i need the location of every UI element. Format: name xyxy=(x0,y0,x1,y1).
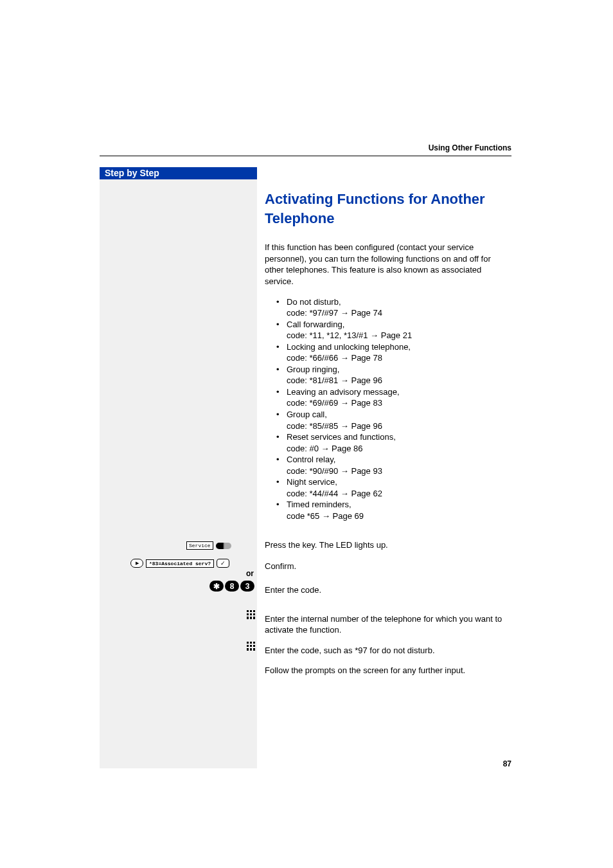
svg-rect-4 xyxy=(250,613,252,615)
list-item: Group call,code: *85/#85 → Page 96 xyxy=(276,409,511,431)
svg-rect-15 xyxy=(247,648,249,651)
step-enter-code: Enter the code. xyxy=(265,584,511,596)
step-press-key: Press the key. The LED lights up. xyxy=(265,539,511,551)
step-follow-prompts: Follow the prompts on the screen for any… xyxy=(265,665,511,676)
svg-rect-5 xyxy=(253,613,255,615)
svg-rect-1 xyxy=(250,610,252,612)
svg-rect-11 xyxy=(253,642,255,644)
svg-rect-2 xyxy=(253,610,255,612)
list-item: Night service,code: *44/#44 → Page 62 xyxy=(276,476,511,499)
svg-rect-12 xyxy=(247,645,249,647)
svg-rect-6 xyxy=(247,617,249,619)
keypad-icon xyxy=(246,641,256,651)
associated-service-label: *83=Associated serv? xyxy=(146,559,214,568)
svg-rect-14 xyxy=(253,645,255,647)
led-icon xyxy=(216,543,231,549)
list-item: Do not disturb,code: *97/#97 → Page 74 xyxy=(276,296,511,319)
key-8: 8 xyxy=(225,581,239,592)
feature-list: Do not disturb,code: *97/#97 → Page 74 C… xyxy=(276,296,511,522)
section-header: Using Other Functions xyxy=(429,143,511,152)
list-item: Group ringing,code: *81/#81 → Page 96 xyxy=(276,364,511,386)
check-icon xyxy=(217,559,229,568)
list-item: Timed reminders,code *65 → Page 69 xyxy=(276,499,511,521)
step-confirm: Confirm. xyxy=(265,561,511,572)
list-item: Control relay,code: *90/#90 → Page 93 xyxy=(276,454,511,476)
page-number: 87 xyxy=(503,759,511,768)
or-label: or xyxy=(246,569,254,578)
list-item: Reset services and functions,code: #0 → … xyxy=(276,431,511,454)
list-item: Call forwarding,code: *11, *12, *13/#1 →… xyxy=(276,319,511,341)
svg-rect-7 xyxy=(250,617,252,619)
svg-rect-17 xyxy=(253,648,255,651)
key-3: 3 xyxy=(240,581,254,592)
content-column: Activating Functions for Another Telepho… xyxy=(265,190,511,527)
list-item: Leaving an advisory message,code: *69/#6… xyxy=(276,386,511,409)
svg-rect-13 xyxy=(250,645,252,647)
svg-rect-10 xyxy=(250,642,252,644)
step-enter-feature-code: Enter the code, such as *97 for do not d… xyxy=(265,645,511,656)
header-divider xyxy=(100,156,511,156)
svg-rect-16 xyxy=(250,648,252,651)
svg-rect-0 xyxy=(247,610,249,612)
associated-service-row: *83=Associated serv? xyxy=(130,559,229,568)
step-band xyxy=(100,179,257,768)
service-key-label: Service xyxy=(186,541,213,550)
code-keys: ✱ 8 3 xyxy=(209,581,254,592)
service-key-indicator: Service xyxy=(186,541,231,550)
play-icon xyxy=(130,559,143,568)
keypad-icon xyxy=(246,610,256,620)
step-instructions: Press the key. The LED lights up. Confir… xyxy=(265,539,511,676)
step-by-step-bar: Step by Step xyxy=(100,167,257,179)
list-item: Locking and unlocking telephone,code: *6… xyxy=(276,341,511,364)
svg-rect-3 xyxy=(247,613,249,615)
intro-paragraph: If this function has been configured (co… xyxy=(265,242,511,287)
key-star: ✱ xyxy=(209,581,224,592)
svg-rect-9 xyxy=(247,642,249,644)
step-enter-internal: Enter the internal number of the telepho… xyxy=(265,613,511,636)
page-title: Activating Functions for Another Telepho… xyxy=(265,190,511,228)
svg-rect-8 xyxy=(253,617,255,619)
